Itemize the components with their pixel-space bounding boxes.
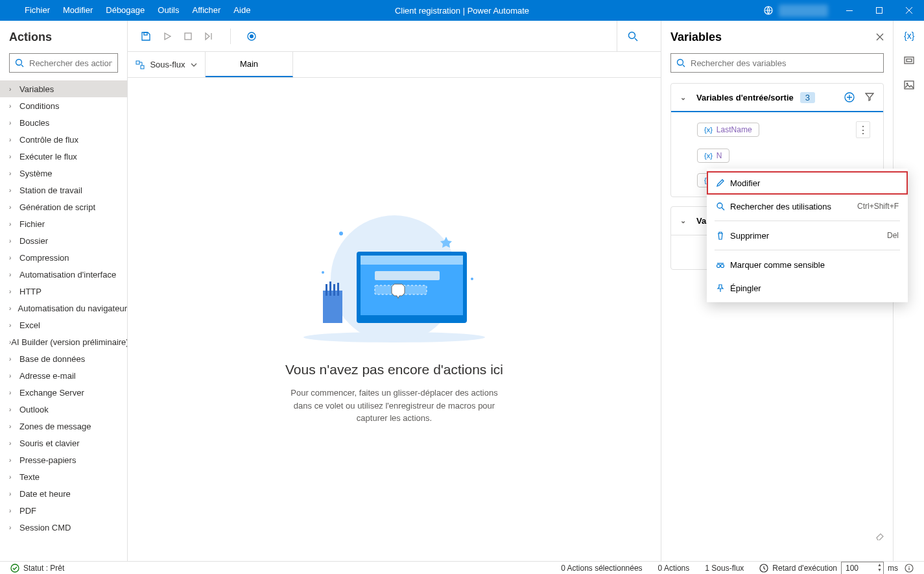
svg-rect-15 [361, 256, 463, 265]
action-category[interactable]: ›Outlook [0, 401, 127, 418]
images-button[interactable] [903, 79, 915, 91]
svg-rect-22 [337, 283, 339, 296]
svg-point-8 [628, 32, 635, 38]
stop-button[interactable] [184, 32, 193, 41]
action-category[interactable]: ›Automatisation du navigateur [0, 300, 127, 317]
minimize-button[interactable] [835, 0, 864, 21]
svg-rect-34 [905, 81, 914, 89]
action-category[interactable]: ›Contrôle de flux [0, 131, 127, 148]
toolbar [128, 21, 661, 52]
menu-tools[interactable]: Outils [151, 0, 185, 21]
svg-point-26 [678, 60, 683, 66]
menu-help[interactable]: Aide [227, 0, 257, 21]
record-button[interactable] [246, 31, 257, 42]
io-variables-count: 3 [800, 92, 815, 103]
menu-file[interactable]: Fichier [18, 0, 56, 21]
environment-label[interactable] [779, 5, 828, 17]
action-category[interactable]: ›Fichier [0, 215, 127, 232]
actions-panel: Actions ›Variables›Conditions›Boucles›Co… [0, 21, 128, 561]
svg-point-3 [16, 60, 22, 66]
variable-more-button[interactable]: ⋮ [856, 121, 870, 138]
action-category[interactable]: ›Automatisation d'interface [0, 266, 127, 283]
ui-elements-button[interactable] [903, 54, 915, 66]
variable-row[interactable]: {x}LastName ⋮ [697, 121, 874, 138]
svg-rect-19 [326, 284, 327, 296]
ctx-modify[interactable]: Modifier [707, 171, 908, 195]
action-category[interactable]: ›Texte [0, 468, 127, 485]
save-button[interactable] [141, 31, 151, 42]
status-bar: Statut : Prêt 0 Actions sélectionnées 0 … [0, 561, 924, 574]
actions-tree[interactable]: ›Variables›Conditions›Boucles›Contrôle d… [0, 80, 127, 561]
action-category[interactable]: ›Souris et clavier [0, 435, 127, 451]
actions-search-input[interactable] [29, 58, 112, 68]
svg-rect-9 [136, 61, 139, 64]
action-category[interactable]: ›Adresse e-mail [0, 367, 127, 384]
actions-search[interactable] [9, 53, 118, 73]
action-category[interactable]: ›Conditions [0, 97, 127, 114]
action-category[interactable]: ›Session CMD [0, 519, 127, 536]
designer-area: Sous-flux Main [128, 21, 661, 561]
action-category[interactable]: ›Date et heure [0, 485, 127, 502]
variable-chip[interactable]: {x}LastName [697, 123, 759, 137]
action-category[interactable]: ›PDF [0, 502, 127, 519]
variables-close-button[interactable] [876, 33, 884, 41]
action-category[interactable]: ›Zones de message [0, 418, 127, 435]
action-category[interactable]: ›Dossier [0, 232, 127, 249]
action-category[interactable]: ›Exchange Server [0, 384, 127, 401]
variable-context-menu: Modifier Rechercher des utilisations Ctr… [707, 169, 908, 302]
variable-row[interactable]: {x}N [697, 149, 874, 163]
menu-edit[interactable]: Modifier [56, 0, 99, 21]
search-icon [676, 58, 685, 67]
delay-input[interactable]: 100 ▲▼ [841, 562, 884, 575]
status-subflows-count: 1 Sous-flux [705, 564, 744, 573]
action-category[interactable]: ›Variables [0, 80, 127, 97]
environment-icon [763, 5, 774, 16]
close-button[interactable] [894, 0, 924, 21]
menu-view[interactable]: Afficher [186, 0, 228, 21]
action-category[interactable]: ›AI Builder (version préliminaire) [0, 333, 127, 350]
variables-search[interactable] [670, 53, 884, 73]
ctx-sensitive[interactable]: Marquer comme sensible [707, 253, 908, 276]
flow-canvas[interactable]: Vous n'avez pas encore d'actions ici Pou… [128, 78, 661, 561]
ctx-pin[interactable]: Épingler [707, 276, 908, 300]
ctx-delete[interactable]: Supprimer Del [707, 224, 908, 247]
variables-pane-button[interactable]: {x} [903, 30, 915, 42]
svg-rect-32 [905, 57, 914, 64]
io-variables-header[interactable]: ⌄ Variables d'entrée/sortie 3 [671, 84, 883, 112]
maximize-button[interactable] [864, 0, 894, 21]
action-category[interactable]: ›Base de données [0, 350, 127, 367]
subflows-dropdown[interactable]: Sous-flux [128, 52, 206, 77]
action-category[interactable]: ›Excel [0, 317, 127, 333]
run-button[interactable] [163, 32, 172, 41]
action-category[interactable]: ›Système [0, 165, 127, 182]
trash-icon [716, 231, 730, 240]
incognito-icon [716, 260, 730, 269]
canvas-search-button[interactable] [617, 21, 648, 52]
svg-rect-4 [144, 32, 147, 35]
svg-point-28 [717, 203, 722, 208]
title-bar: Fichier Modifier Débogage Outils Affiche… [0, 0, 924, 21]
action-category[interactable]: ›Station de travail [0, 182, 127, 198]
svg-rect-10 [141, 66, 144, 69]
action-category[interactable]: ›HTTP [0, 283, 127, 300]
action-category[interactable]: ›Boucles [0, 114, 127, 131]
svg-rect-21 [333, 284, 335, 296]
action-category[interactable]: ›Presse-papiers [0, 451, 127, 468]
filter-button[interactable] [865, 92, 874, 102]
actions-title: Actions [0, 21, 127, 53]
eraser-icon[interactable] [875, 530, 885, 540]
add-variable-button[interactable] [844, 92, 855, 102]
svg-rect-16 [375, 271, 440, 280]
step-button[interactable] [204, 32, 215, 41]
info-icon[interactable] [905, 564, 914, 573]
tab-main[interactable]: Main [206, 52, 293, 77]
variable-chip[interactable]: {x}N [697, 149, 729, 163]
action-category[interactable]: ›Exécuter le flux [0, 148, 127, 165]
action-category[interactable]: ›Génération de script [0, 198, 127, 215]
ctx-find-usages[interactable]: Rechercher des utilisations Ctrl+Shift+F [707, 195, 908, 218]
tab-bar: Sous-flux Main [128, 52, 661, 78]
action-category[interactable]: ›Compression [0, 249, 127, 266]
variables-search-input[interactable] [691, 58, 878, 68]
search-icon [628, 31, 638, 42]
menu-debug[interactable]: Débogage [99, 0, 151, 21]
